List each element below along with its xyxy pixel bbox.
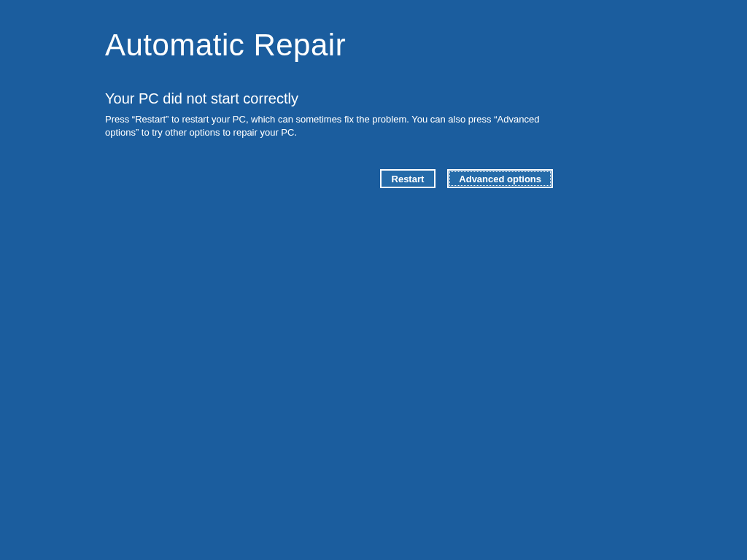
description-text: Press “Restart” to restart your PC, whic… — [105, 113, 550, 139]
subtitle: Your PC did not start correctly — [105, 90, 554, 107]
page-title: Automatic Repair — [105, 28, 554, 63]
recovery-screen: Automatic Repair Your PC did not start c… — [0, 0, 554, 188]
button-row: Restart Advanced options — [105, 169, 553, 188]
restart-button[interactable]: Restart — [380, 169, 436, 188]
advanced-options-button[interactable]: Advanced options — [447, 169, 553, 188]
